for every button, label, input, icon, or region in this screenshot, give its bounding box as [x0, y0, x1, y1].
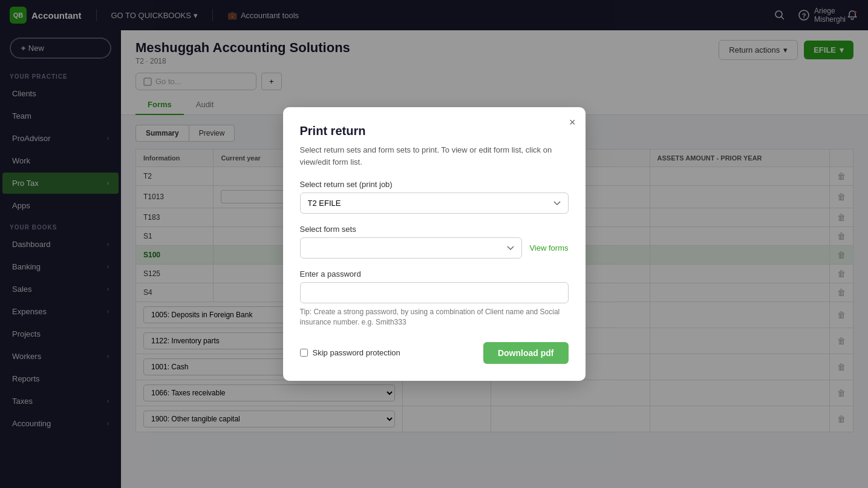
skip-password-label[interactable]: Skip password protection [313, 348, 400, 357]
modal-close-button[interactable]: × [569, 117, 576, 128]
modal-footer: Skip password protection Download pdf [300, 342, 569, 364]
view-forms-link[interactable]: View forms [529, 243, 568, 252]
password-label: Enter a password [300, 269, 569, 279]
password-field: Enter a password Tip: Create a strong pa… [300, 269, 569, 328]
modal-overlay[interactable]: × Print return Select return sets and fo… [0, 0, 868, 488]
skip-password-checkbox[interactable] [300, 349, 308, 357]
modal-subtitle: Select return sets and form sets to prin… [300, 144, 569, 168]
password-tip: Tip: Create a strong password, by using … [300, 307, 569, 328]
return-set-field: Select return set (print job) T2 EFILE [300, 180, 569, 214]
form-sets-select[interactable] [300, 237, 523, 259]
return-set-label: Select return set (print job) [300, 180, 569, 189]
form-sets-row: View forms [300, 237, 569, 259]
password-input[interactable] [300, 282, 569, 303]
return-set-select[interactable]: T2 EFILE [300, 193, 569, 214]
modal-title: Print return [300, 124, 569, 138]
print-return-modal: × Print return Select return sets and fo… [283, 107, 586, 381]
form-sets-field: Select form sets View forms [300, 225, 569, 259]
download-pdf-button[interactable]: Download pdf [483, 342, 569, 364]
skip-password-row: Skip password protection [300, 348, 400, 357]
form-sets-label: Select form sets [300, 225, 569, 234]
